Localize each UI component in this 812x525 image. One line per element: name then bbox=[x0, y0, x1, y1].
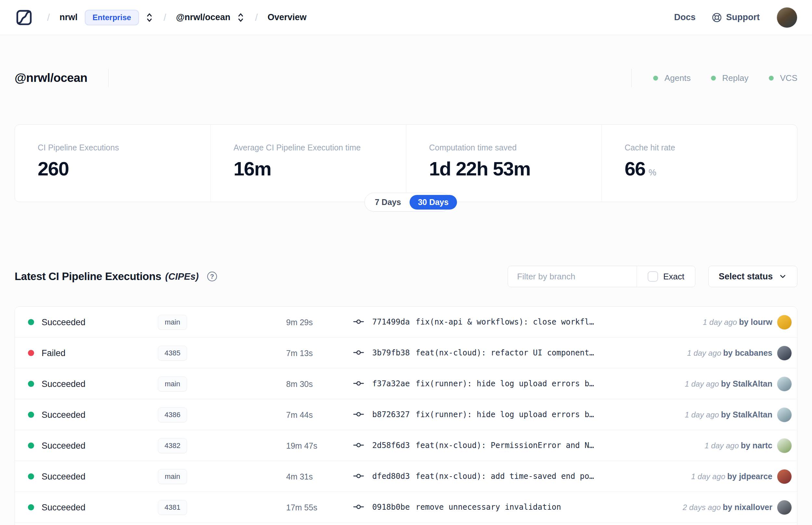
status-label: Failed bbox=[42, 348, 66, 358]
branch-badge: 4381 bbox=[158, 500, 187, 515]
nx-cloud-dashboard: / nrwl Enterprise / @nrwl/ocean / Overvi… bbox=[0, 0, 812, 525]
docs-label: Docs bbox=[674, 12, 695, 22]
status-label: Succeeded bbox=[42, 502, 86, 513]
workspace-switcher-chevrons-icon[interactable] bbox=[236, 12, 245, 23]
author-label: by StalkAltan bbox=[721, 379, 772, 388]
branch-cell: main bbox=[142, 461, 203, 492]
time-ago-label: 2 days ago bbox=[683, 503, 721, 512]
status-label: Succeeded bbox=[42, 441, 86, 451]
status-dot-icon bbox=[28, 411, 34, 418]
stat-value-number: 1d 22h 53m bbox=[429, 158, 531, 180]
time-ago-label: 1 day ago bbox=[685, 379, 719, 388]
user-avatar[interactable] bbox=[777, 7, 797, 28]
cipe-table-row[interactable]: Failed 4385 7m 13s 3b79fb38feat(nx-cloud… bbox=[15, 338, 797, 369]
author-label: by jdpearce bbox=[727, 472, 772, 481]
org-switcher-chevrons-icon[interactable] bbox=[145, 12, 154, 23]
status-label: Succeeded bbox=[42, 379, 86, 389]
branch-filter-input[interactable] bbox=[508, 266, 637, 287]
author-avatar bbox=[777, 469, 792, 484]
branch-filter-group: Exact bbox=[508, 266, 695, 287]
docs-link[interactable]: Docs bbox=[674, 12, 695, 22]
branch-cell: 4386 bbox=[142, 399, 203, 430]
author-label: by nixallover bbox=[723, 502, 772, 512]
support-link[interactable]: Support bbox=[711, 12, 760, 23]
branch-cell: main bbox=[142, 369, 203, 399]
status-dot-icon bbox=[28, 350, 34, 356]
commit-text: 0918b0beremove unnecessary invalidation bbox=[372, 502, 561, 512]
git-commit-icon bbox=[353, 471, 364, 481]
commit-text: b8726327fix(runner): hide log upload err… bbox=[372, 410, 594, 419]
range-option-7-days[interactable]: 7 Days bbox=[366, 195, 410, 210]
lifebuoy-icon bbox=[711, 12, 726, 23]
stat-value: 1d 22h 53m bbox=[429, 158, 601, 180]
stat-label: Cache hit rate bbox=[625, 143, 797, 152]
date-range-toggle: 7 Days 30 Days bbox=[364, 193, 451, 211]
help-icon[interactable]: ? bbox=[207, 272, 217, 281]
breadcrumb-workspace[interactable]: @nrwl/ocean bbox=[176, 12, 230, 22]
row-meta: 1 day agoby StalkAltan bbox=[685, 399, 792, 430]
time-ago-label: 1 day ago bbox=[703, 318, 737, 327]
branch-badge: 4386 bbox=[158, 407, 187, 422]
status-label: Succeeded bbox=[42, 317, 86, 328]
git-commit-icon bbox=[353, 409, 364, 419]
status-dot-icon bbox=[28, 381, 34, 387]
status-dot-icon bbox=[28, 473, 34, 480]
commit-hash: 0918b0be bbox=[372, 502, 410, 512]
cipe-table-row[interactable]: Succeeded main 4m 31s dfed80d3feat(nx-cl… bbox=[15, 461, 797, 492]
stat-card: CI Pipeline Executions 260 bbox=[15, 125, 211, 202]
cipe-section-header: Latest CI Pipeline Executions (CIPEs) ? bbox=[15, 270, 217, 283]
commit-text: f37a32aefix(runner): hide log upload err… bbox=[372, 379, 594, 388]
exact-match-wrap: Exact bbox=[637, 266, 695, 287]
status-label: Succeeded bbox=[42, 472, 86, 482]
range-option-30-days[interactable]: 30 Days bbox=[410, 195, 457, 210]
commit-message: remove unnecessary invalidation bbox=[416, 502, 561, 512]
time-ago-label: 1 day ago bbox=[704, 441, 739, 450]
commit-message: fix(runner): hide log upload errors b… bbox=[416, 410, 594, 419]
branch-badge: 4382 bbox=[158, 438, 187, 453]
git-commit-icon bbox=[353, 378, 364, 388]
stat-value-number: 16m bbox=[233, 158, 271, 180]
integration-status[interactable]: Agents bbox=[653, 73, 691, 83]
status-select-dropdown[interactable]: Select status bbox=[708, 266, 797, 287]
commit-hash: b8726327 bbox=[372, 410, 410, 419]
cipe-table-row[interactable]: Succeeded 4381 17m 55s 0918b0beremove un… bbox=[15, 492, 797, 523]
cipe-table-row[interactable]: Succeeded 4386 7m 44s b8726327fix(runner… bbox=[15, 399, 797, 430]
breadcrumb-separator: / bbox=[164, 12, 166, 23]
cipe-section-title-suffix: (CIPEs) bbox=[165, 271, 199, 282]
author-avatar bbox=[777, 438, 792, 453]
status-dot-icon bbox=[28, 319, 34, 325]
author-avatar bbox=[777, 407, 792, 422]
stat-value: 66% bbox=[625, 158, 797, 180]
stat-value-number: 260 bbox=[38, 158, 69, 180]
time-ago-label: 1 day ago bbox=[685, 410, 719, 419]
stat-value: 16m bbox=[233, 158, 406, 180]
cipe-table-row[interactable]: Succeeded 4382 19m 47s 2d58f6d3feat(nx-c… bbox=[15, 430, 797, 461]
cipe-table-row[interactable]: Succeeded main 9m 29s 771499dafix(nx-api… bbox=[15, 307, 797, 338]
commit-message: fix(nx-api & workflows): close workfl… bbox=[416, 317, 594, 327]
author-label: by nartc bbox=[741, 441, 772, 450]
duration-label: 19m 47s bbox=[286, 441, 317, 451]
chevron-down-icon bbox=[779, 272, 787, 281]
integration-status[interactable]: Replay bbox=[711, 73, 749, 83]
time-ago-label: 1 day ago bbox=[687, 349, 721, 357]
cipe-table-row[interactable]: Succeeded main 8m 30s f37a32aefix(runner… bbox=[15, 369, 797, 399]
breadcrumb-org[interactable]: nrwl bbox=[59, 12, 78, 22]
duration-label: 9m 29s bbox=[286, 318, 313, 327]
exact-checkbox[interactable] bbox=[648, 271, 658, 282]
commit-hash: 771499da bbox=[372, 317, 410, 327]
branch-cell: main bbox=[142, 307, 203, 338]
stat-card: Cache hit rate 66% bbox=[601, 125, 797, 202]
commit-message: feat(nx-cloud): PermissionError and N… bbox=[416, 441, 594, 450]
workspace-header: @nrwl/ocean Agents Replay VCS bbox=[0, 59, 812, 97]
author-label: by StalkAltan bbox=[721, 410, 772, 419]
branch-cell: 4382 bbox=[142, 430, 203, 461]
git-commit-icon bbox=[353, 348, 364, 357]
org-plan-badge: Enterprise bbox=[85, 10, 139, 25]
nx-cloud-logo-icon[interactable] bbox=[15, 8, 33, 27]
duration-label: 7m 13s bbox=[286, 349, 313, 358]
row-meta: 2 days agoby nixallover bbox=[683, 492, 792, 523]
branch-cell: 4381 bbox=[142, 492, 203, 523]
branch-badge: main bbox=[158, 376, 187, 391]
commit-text: dfed80d3feat(nx-cloud): add time-saved e… bbox=[372, 472, 594, 481]
integration-status[interactable]: VCS bbox=[769, 73, 797, 83]
